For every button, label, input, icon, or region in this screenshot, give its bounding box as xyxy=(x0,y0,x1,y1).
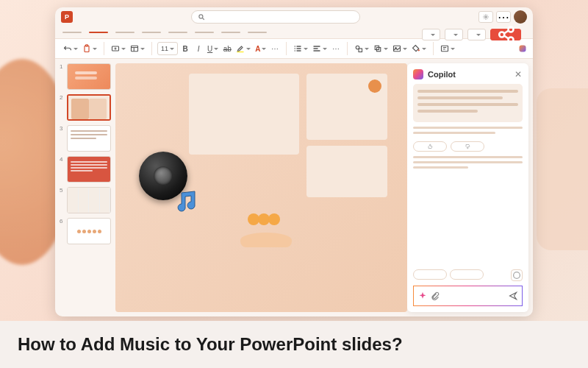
slide-thumbnail-2[interactable] xyxy=(67,94,111,121)
send-icon[interactable] xyxy=(509,291,517,300)
ribbon-tab[interactable] xyxy=(248,32,267,33)
shapes-button[interactable] xyxy=(353,42,370,55)
arrange-icon xyxy=(373,44,382,53)
paragraph-more-button[interactable]: ⋯ xyxy=(330,42,342,55)
bucket-icon xyxy=(412,44,420,53)
thumb-number: 6 xyxy=(60,218,64,224)
highlight-icon xyxy=(236,44,245,53)
ribbon-tab[interactable] xyxy=(142,32,161,33)
canvas-image-tile xyxy=(189,74,299,155)
shapes-icon xyxy=(354,44,363,53)
copilot-like-button[interactable] xyxy=(413,141,447,152)
user-avatar[interactable] xyxy=(514,10,527,24)
layout-button[interactable] xyxy=(129,42,146,55)
more-button[interactable]: ⋯ xyxy=(496,11,511,23)
share-button[interactable] xyxy=(490,29,521,40)
strikethrough-button[interactable]: ab xyxy=(221,42,233,55)
slide-canvas[interactable] xyxy=(115,63,407,312)
align-icon xyxy=(312,44,321,53)
thumb-number: 5 xyxy=(60,187,64,194)
search-input[interactable] xyxy=(191,10,360,24)
ribbon-tab[interactable] xyxy=(168,32,187,33)
align-button[interactable] xyxy=(311,42,329,55)
ribbon-tab[interactable] xyxy=(195,32,214,33)
svg-point-13 xyxy=(295,48,296,49)
editing-mode-button[interactable] xyxy=(467,29,486,40)
article-caption: How to Add Music to Your PowerPoint slid… xyxy=(0,321,588,368)
ribbon-tab[interactable] xyxy=(221,32,240,33)
slide-thumbnail-panel: 1 2 3 4 5 6 xyxy=(55,59,115,316)
catch-up-button[interactable] xyxy=(445,29,463,40)
svg-rect-12 xyxy=(297,46,301,47)
comments-button[interactable] xyxy=(422,29,440,40)
thumb-number: 4 xyxy=(60,156,64,163)
thumb-number: 3 xyxy=(60,125,64,132)
highlight-button[interactable] xyxy=(234,42,252,55)
svg-point-2 xyxy=(499,32,504,38)
copilot-input[interactable] xyxy=(413,286,523,306)
svg-rect-18 xyxy=(314,48,318,49)
image-button[interactable] xyxy=(391,42,409,55)
powerpoint-app-icon[interactable]: P xyxy=(61,11,73,23)
svg-point-15 xyxy=(295,50,296,52)
svg-point-0 xyxy=(199,15,203,18)
copilot-toolbar-button[interactable] xyxy=(517,42,528,55)
thumbs-down-icon xyxy=(465,144,470,149)
search-icon xyxy=(198,13,205,21)
copilot-panel: Copilot ✕ xyxy=(407,63,528,312)
svg-point-29 xyxy=(514,272,520,279)
undo-button[interactable] xyxy=(62,42,79,55)
svg-rect-27 xyxy=(442,46,448,52)
copilot-suggestion-pill[interactable] xyxy=(450,269,484,280)
svg-rect-28 xyxy=(520,46,526,52)
copilot-suggestion-pill[interactable] xyxy=(413,269,447,280)
italic-button[interactable]: I xyxy=(193,42,204,55)
bullets-icon xyxy=(293,44,302,53)
bold-button[interactable]: B xyxy=(179,42,191,55)
slide-thumbnail-1[interactable] xyxy=(67,63,111,90)
fill-color-button[interactable] xyxy=(410,42,428,55)
ribbon-tab[interactable] xyxy=(115,32,135,33)
slide-thumbnail-4[interactable] xyxy=(67,156,111,183)
thumb-number: 1 xyxy=(60,63,64,70)
copilot-close-button[interactable]: ✕ xyxy=(514,70,523,79)
font-size-select[interactable]: 11 xyxy=(157,42,178,55)
svg-point-4 xyxy=(509,38,514,43)
undo-icon xyxy=(63,44,72,53)
background-decoration-right xyxy=(537,88,588,250)
powerpoint-window: P ⋯ xyxy=(55,7,533,316)
svg-point-5 xyxy=(485,16,487,18)
svg-rect-21 xyxy=(359,49,362,52)
paste-button[interactable] xyxy=(81,42,98,55)
copilot-title: Copilot xyxy=(428,70,509,79)
new-slide-button[interactable] xyxy=(110,42,127,55)
copilot-expand-button[interactable] xyxy=(511,269,523,281)
sparkle-icon xyxy=(418,291,427,300)
copilot-text xyxy=(413,156,523,171)
arrange-button[interactable] xyxy=(372,42,390,55)
thumbs-up-icon xyxy=(427,144,433,149)
slide-thumbnail-3[interactable] xyxy=(67,125,111,152)
slide-thumbnail-5[interactable] xyxy=(67,187,111,213)
slide-thumbnail-6[interactable] xyxy=(67,218,111,244)
share-icon xyxy=(495,24,516,45)
designer-icon xyxy=(440,44,449,53)
font-more-button[interactable]: ⋯ xyxy=(269,42,281,55)
slide-icon xyxy=(111,44,120,53)
settings-button[interactable] xyxy=(478,11,493,23)
image-icon xyxy=(392,44,401,53)
ribbon-tab[interactable] xyxy=(62,32,82,33)
audio-speaker-icon[interactable] xyxy=(139,152,196,209)
copilot-logo-icon xyxy=(413,69,423,79)
svg-rect-17 xyxy=(314,46,320,47)
bullets-button[interactable] xyxy=(292,42,309,55)
ribbon-tab-active[interactable] xyxy=(89,32,108,33)
font-color-button[interactable]: A xyxy=(254,42,268,55)
workspace: 1 2 3 4 5 6 Copilot ✕ xyxy=(55,59,533,316)
underline-button[interactable]: U xyxy=(206,42,220,55)
copilot-dislike-button[interactable] xyxy=(451,141,484,152)
title-bar: P ⋯ xyxy=(55,7,533,26)
designer-button[interactable] xyxy=(439,42,456,55)
canvas-decoration-bowl xyxy=(233,210,299,247)
thumb-number: 2 xyxy=(60,94,64,101)
